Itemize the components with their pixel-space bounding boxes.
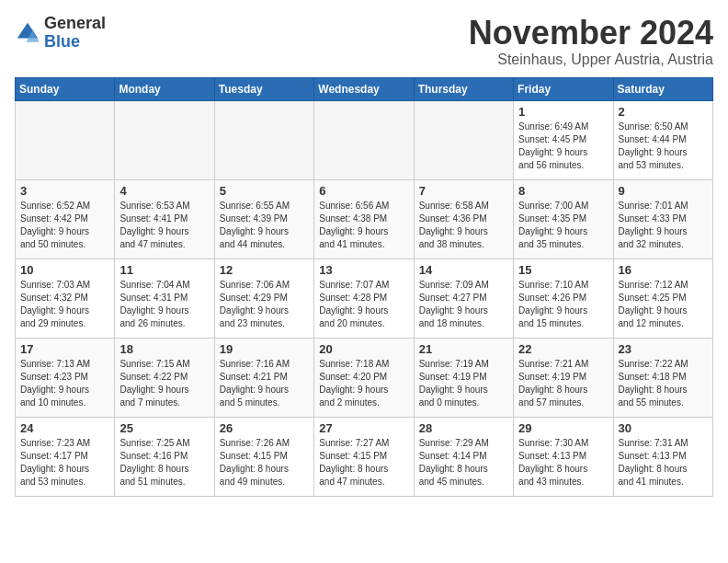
day-info: Sunrise: 7:16 AM Sunset: 4:21 PM Dayligh… xyxy=(220,358,309,409)
calendar-cell: 8Sunrise: 7:00 AM Sunset: 4:35 PM Daylig… xyxy=(514,179,613,259)
day-info: Sunrise: 7:12 AM Sunset: 4:25 PM Dayligh… xyxy=(619,279,708,330)
day-info: Sunrise: 7:27 AM Sunset: 4:15 PM Dayligh… xyxy=(319,437,408,488)
day-number: 7 xyxy=(419,184,508,198)
calendar-table: SundayMondayTuesdayWednesdayThursdayFrid… xyxy=(15,77,713,497)
day-info: Sunrise: 7:25 AM Sunset: 4:16 PM Dayligh… xyxy=(119,437,209,488)
day-number: 15 xyxy=(518,263,608,277)
day-number: 8 xyxy=(518,184,608,198)
logo-blue-text: Blue xyxy=(44,33,106,52)
day-number: 6 xyxy=(319,184,408,198)
calendar-cell: 4Sunrise: 6:53 AM Sunset: 4:41 PM Daylig… xyxy=(115,179,214,259)
weekday-header-sunday: Sunday xyxy=(16,77,115,100)
calendar-cell: 7Sunrise: 6:58 AM Sunset: 4:36 PM Daylig… xyxy=(414,179,513,259)
day-info: Sunrise: 7:31 AM Sunset: 4:13 PM Dayligh… xyxy=(619,437,708,488)
day-info: Sunrise: 7:26 AM Sunset: 4:15 PM Dayligh… xyxy=(220,437,309,488)
day-info: Sunrise: 7:30 AM Sunset: 4:13 PM Dayligh… xyxy=(518,437,608,488)
day-number: 29 xyxy=(518,421,608,435)
day-number: 24 xyxy=(20,421,109,435)
day-info: Sunrise: 7:19 AM Sunset: 4:19 PM Dayligh… xyxy=(419,358,508,409)
day-number: 4 xyxy=(119,184,209,198)
title-area: November 2024 Steinhaus, Upper Austria, … xyxy=(469,15,713,68)
calendar-cell: 20Sunrise: 7:18 AM Sunset: 4:20 PM Dayli… xyxy=(314,338,414,417)
calendar-cell: 22Sunrise: 7:21 AM Sunset: 4:19 PM Dayli… xyxy=(514,338,613,417)
day-number: 22 xyxy=(518,342,608,356)
calendar-week-row: 17Sunrise: 7:13 AM Sunset: 4:23 PM Dayli… xyxy=(16,338,713,417)
calendar-cell: 14Sunrise: 7:09 AM Sunset: 4:27 PM Dayli… xyxy=(414,259,513,338)
calendar-cell: 1Sunrise: 6:49 AM Sunset: 4:45 PM Daylig… xyxy=(514,100,613,179)
calendar-cell: 19Sunrise: 7:16 AM Sunset: 4:21 PM Dayli… xyxy=(214,338,313,417)
calendar-week-row: 10Sunrise: 7:03 AM Sunset: 4:32 PM Dayli… xyxy=(16,259,713,338)
calendar-cell: 29Sunrise: 7:30 AM Sunset: 4:13 PM Dayli… xyxy=(514,417,613,496)
calendar-week-row: 1Sunrise: 6:49 AM Sunset: 4:45 PM Daylig… xyxy=(16,100,713,179)
calendar-cell: 27Sunrise: 7:27 AM Sunset: 4:15 PM Dayli… xyxy=(314,417,414,496)
calendar-cell: 26Sunrise: 7:26 AM Sunset: 4:15 PM Dayli… xyxy=(214,417,313,496)
day-number: 1 xyxy=(518,105,608,119)
day-info: Sunrise: 7:00 AM Sunset: 4:35 PM Dayligh… xyxy=(518,200,608,251)
calendar-cell: 17Sunrise: 7:13 AM Sunset: 4:23 PM Dayli… xyxy=(16,338,115,417)
calendar-cell: 30Sunrise: 7:31 AM Sunset: 4:13 PM Dayli… xyxy=(613,417,712,496)
calendar-cell xyxy=(115,100,214,179)
calendar-cell: 13Sunrise: 7:07 AM Sunset: 4:28 PM Dayli… xyxy=(314,259,414,338)
calendar-cell xyxy=(214,100,313,179)
calendar-cell: 24Sunrise: 7:23 AM Sunset: 4:17 PM Dayli… xyxy=(16,417,115,496)
weekday-header-monday: Monday xyxy=(115,77,214,100)
calendar-cell xyxy=(16,100,115,179)
day-number: 3 xyxy=(20,184,109,198)
logo-icon xyxy=(15,20,40,46)
day-number: 14 xyxy=(419,263,508,277)
logo-general-text: General xyxy=(44,15,106,33)
weekday-header-tuesday: Tuesday xyxy=(214,77,313,100)
day-number: 28 xyxy=(419,421,508,435)
calendar-cell: 21Sunrise: 7:19 AM Sunset: 4:19 PM Dayli… xyxy=(414,338,513,417)
calendar-cell: 25Sunrise: 7:25 AM Sunset: 4:16 PM Dayli… xyxy=(115,417,214,496)
day-info: Sunrise: 7:09 AM Sunset: 4:27 PM Dayligh… xyxy=(419,279,508,330)
day-info: Sunrise: 7:04 AM Sunset: 4:31 PM Dayligh… xyxy=(119,279,209,330)
day-number: 20 xyxy=(319,342,408,356)
weekday-header-saturday: Saturday xyxy=(613,77,712,100)
calendar-cell: 2Sunrise: 6:50 AM Sunset: 4:44 PM Daylig… xyxy=(613,100,712,179)
day-number: 21 xyxy=(419,342,508,356)
calendar-cell: 16Sunrise: 7:12 AM Sunset: 4:25 PM Dayli… xyxy=(613,259,712,338)
day-info: Sunrise: 6:58 AM Sunset: 4:36 PM Dayligh… xyxy=(419,200,508,251)
day-info: Sunrise: 7:10 AM Sunset: 4:26 PM Dayligh… xyxy=(518,279,608,330)
calendar-cell: 12Sunrise: 7:06 AM Sunset: 4:29 PM Dayli… xyxy=(214,259,313,338)
day-number: 19 xyxy=(220,342,309,356)
day-info: Sunrise: 6:52 AM Sunset: 4:42 PM Dayligh… xyxy=(20,200,109,251)
logo: General Blue xyxy=(15,15,106,52)
calendar-cell xyxy=(414,100,513,179)
weekday-header-row: SundayMondayTuesdayWednesdayThursdayFrid… xyxy=(16,77,713,100)
day-info: Sunrise: 7:06 AM Sunset: 4:29 PM Dayligh… xyxy=(220,279,309,330)
day-number: 16 xyxy=(619,263,708,277)
day-info: Sunrise: 7:01 AM Sunset: 4:33 PM Dayligh… xyxy=(619,200,708,251)
day-info: Sunrise: 7:23 AM Sunset: 4:17 PM Dayligh… xyxy=(20,437,109,488)
day-number: 11 xyxy=(119,263,209,277)
day-number: 30 xyxy=(619,421,708,435)
day-number: 18 xyxy=(119,342,209,356)
day-info: Sunrise: 7:13 AM Sunset: 4:23 PM Dayligh… xyxy=(20,358,109,409)
calendar-cell: 11Sunrise: 7:04 AM Sunset: 4:31 PM Dayli… xyxy=(115,259,214,338)
day-number: 25 xyxy=(119,421,209,435)
day-info: Sunrise: 6:53 AM Sunset: 4:41 PM Dayligh… xyxy=(119,200,209,251)
day-number: 17 xyxy=(20,342,109,356)
calendar-cell: 23Sunrise: 7:22 AM Sunset: 4:18 PM Dayli… xyxy=(613,338,712,417)
day-number: 10 xyxy=(20,263,109,277)
day-info: Sunrise: 6:49 AM Sunset: 4:45 PM Dayligh… xyxy=(518,121,608,172)
day-number: 9 xyxy=(619,184,708,198)
day-info: Sunrise: 6:50 AM Sunset: 4:44 PM Dayligh… xyxy=(619,121,708,172)
weekday-header-wednesday: Wednesday xyxy=(314,77,414,100)
calendar-cell: 28Sunrise: 7:29 AM Sunset: 4:14 PM Dayli… xyxy=(414,417,513,496)
day-info: Sunrise: 6:55 AM Sunset: 4:39 PM Dayligh… xyxy=(220,200,309,251)
day-info: Sunrise: 7:22 AM Sunset: 4:18 PM Dayligh… xyxy=(619,358,708,409)
day-info: Sunrise: 7:07 AM Sunset: 4:28 PM Dayligh… xyxy=(319,279,408,330)
day-number: 13 xyxy=(319,263,408,277)
calendar-cell: 9Sunrise: 7:01 AM Sunset: 4:33 PM Daylig… xyxy=(613,179,712,259)
calendar-cell xyxy=(314,100,414,179)
calendar-cell: 15Sunrise: 7:10 AM Sunset: 4:26 PM Dayli… xyxy=(514,259,613,338)
day-info: Sunrise: 7:18 AM Sunset: 4:20 PM Dayligh… xyxy=(319,358,408,409)
day-number: 26 xyxy=(220,421,309,435)
calendar-cell: 18Sunrise: 7:15 AM Sunset: 4:22 PM Dayli… xyxy=(115,338,214,417)
calendar-cell: 10Sunrise: 7:03 AM Sunset: 4:32 PM Dayli… xyxy=(16,259,115,338)
calendar-cell: 6Sunrise: 6:56 AM Sunset: 4:38 PM Daylig… xyxy=(314,179,414,259)
day-number: 23 xyxy=(619,342,708,356)
calendar-cell: 3Sunrise: 6:52 AM Sunset: 4:42 PM Daylig… xyxy=(16,179,115,259)
